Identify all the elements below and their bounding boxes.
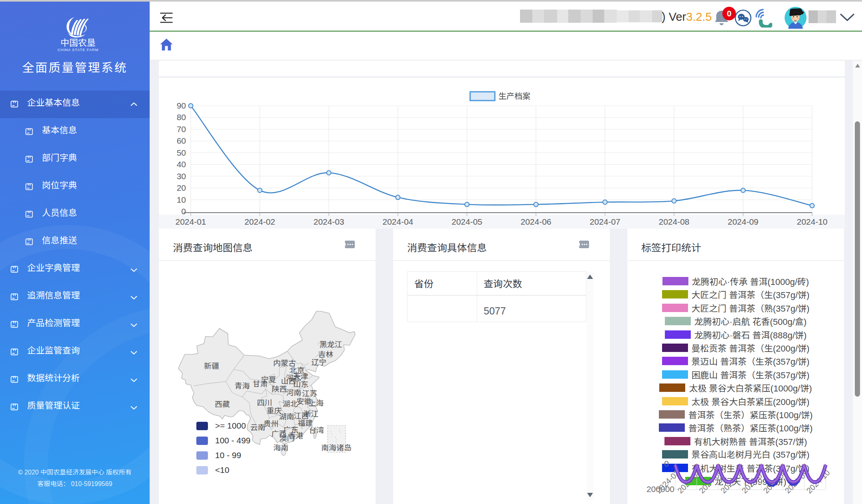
svg-text:0: 0: [664, 459, 669, 468]
